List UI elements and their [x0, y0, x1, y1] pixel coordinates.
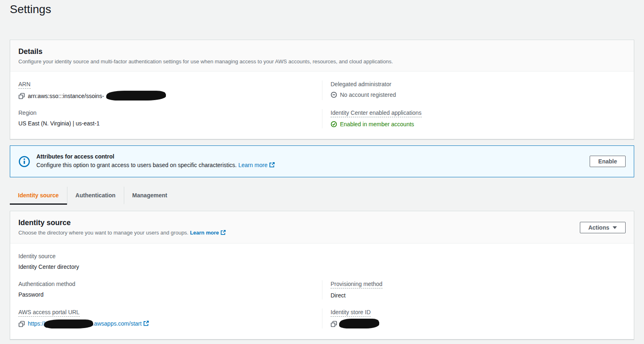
details-description: Configure your identity source and multi…	[18, 58, 626, 65]
attributes-banner: Attributes for access control Configure …	[10, 145, 634, 177]
banner-title: Attributes for access control	[36, 152, 584, 161]
identity-source-card-body: Identity source Identity Center director…	[10, 243, 634, 339]
page-title: Settings	[10, 2, 634, 16]
tab-authentication[interactable]: Authentication	[67, 187, 124, 205]
portal-url-label[interactable]: AWS access portal URL	[18, 308, 80, 317]
delegated-admin-field: Delegated administrator No account regis…	[322, 80, 626, 100]
copy-icon	[18, 93, 25, 99]
provisioning-method-label[interactable]: Provisioning method	[331, 280, 382, 288]
identity-source-value: Identity Center directory	[18, 263, 312, 271]
check-circle-icon	[331, 121, 337, 127]
caret-down-icon	[613, 226, 617, 229]
arn-label[interactable]: ARN	[18, 80, 31, 89]
region-label: Region	[18, 109, 312, 116]
external-link-icon	[269, 161, 275, 170]
enable-button[interactable]: Enable	[590, 156, 626, 167]
identity-store-id-field: Identity store ID	[322, 308, 626, 328]
delegated-admin-label: Delegated administrator	[331, 80, 616, 88]
identity-source-label: Identity source	[18, 252, 312, 260]
portal-url-field: AWS access portal URL https://.awsapps.c…	[18, 308, 322, 328]
arn-value-prefix: arn:aws:sso:::instance/ssoins-	[28, 92, 104, 100]
provisioning-method-value: Direct	[331, 291, 616, 299]
auth-method-field: Authentication method Password	[18, 280, 322, 299]
arn-redacted-value	[107, 92, 165, 100]
settings-tabs: Identity source Authentication Managemen…	[10, 187, 634, 205]
banner-learn-more-link[interactable]: Learn more	[238, 162, 275, 168]
delegated-admin-status: No account registered	[340, 91, 396, 99]
arn-field: ARN arn:aws:sso:::instance/ssoins-	[18, 80, 322, 100]
auth-method-label: Authentication method	[18, 280, 312, 288]
copy-icon	[18, 321, 25, 327]
portal-url-link[interactable]: https://.awsapps.com/start	[28, 319, 149, 328]
identity-source-learn-more-link[interactable]: Learn more	[190, 230, 226, 236]
enabled-apps-field: Identity Center enabled applications Ena…	[322, 109, 626, 128]
details-card: Details Configure your identity source a…	[10, 40, 634, 139]
identity-source-card: Identity source Choose the directory whe…	[10, 211, 634, 340]
empty-cell	[322, 252, 626, 271]
copy-icon	[331, 321, 337, 327]
region-value: US East (N. Virginia) | us-east-1	[18, 119, 312, 127]
minus-circle-icon	[331, 92, 337, 98]
region-field: Region US East (N. Virginia) | us-east-1	[18, 109, 322, 128]
tab-management[interactable]: Management	[124, 187, 176, 205]
identity-source-field: Identity source Identity Center director…	[18, 252, 322, 271]
identity-source-title: Identity source	[18, 218, 226, 228]
info-icon	[18, 156, 30, 168]
actions-button[interactable]: Actions	[580, 222, 626, 233]
details-card-header: Details Configure your identity source a…	[10, 40, 634, 71]
settings-page: Settings Details Configure your identity…	[0, 0, 644, 344]
provisioning-method-field: Provisioning method Direct	[322, 280, 626, 299]
auth-method-value: Password	[18, 290, 312, 299]
tab-identity-source[interactable]: Identity source	[10, 187, 67, 205]
identity-store-id-redacted	[340, 319, 378, 328]
details-card-body: ARN arn:aws:sso:::instance/ssoins- Deleg…	[10, 71, 634, 139]
copy-portal-url-button[interactable]	[18, 321, 25, 327]
details-title: Details	[18, 47, 626, 56]
banner-description: Configure this option to grant access to…	[36, 162, 237, 168]
external-link-icon	[220, 230, 226, 237]
identity-source-card-header: Identity source Choose the directory whe…	[10, 211, 634, 243]
enabled-apps-status: Enabled in member accounts	[340, 120, 414, 128]
identity-store-id-label[interactable]: Identity store ID	[331, 308, 371, 317]
external-link-icon	[143, 320, 149, 328]
enabled-apps-label[interactable]: Identity Center enabled applications	[331, 109, 422, 117]
identity-source-description: Choose the directory where you want to m…	[18, 230, 188, 236]
copy-identity-store-id-button[interactable]	[331, 321, 337, 327]
copy-arn-button[interactable]	[18, 93, 25, 99]
portal-url-redacted	[45, 320, 92, 328]
